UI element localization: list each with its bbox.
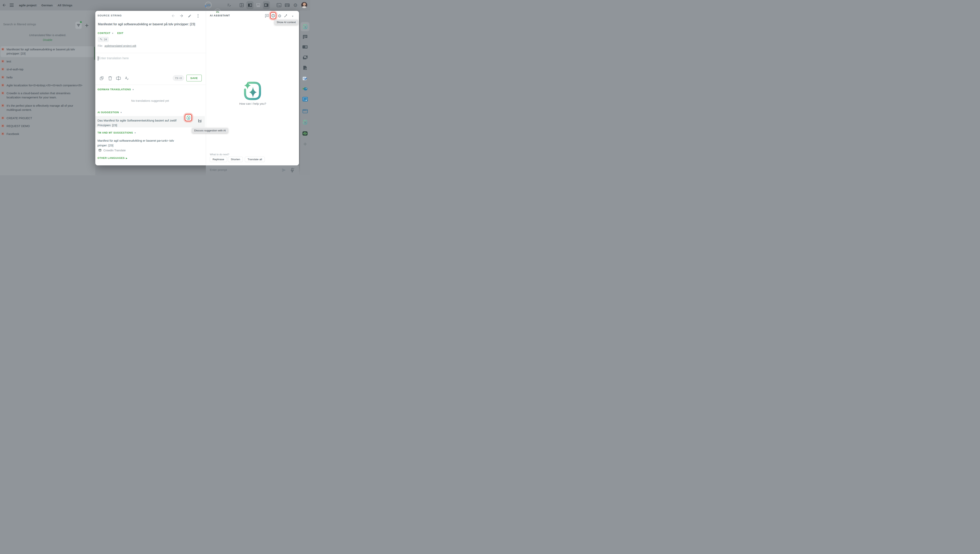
add-plugin-button[interactable] xyxy=(300,142,310,146)
spellcheck-button[interactable] xyxy=(124,76,129,81)
translated-progress-ring[interactable]: 12% xyxy=(205,2,212,8)
send-prompt-button[interactable] xyxy=(282,168,286,172)
list-scrollbar[interactable] xyxy=(94,47,95,60)
trash-icon xyxy=(108,76,112,80)
selection-box-icon xyxy=(302,97,308,102)
add-string-button[interactable] xyxy=(85,23,89,28)
eye-check-icon xyxy=(302,131,308,136)
layout-grid-button[interactable] xyxy=(238,1,245,9)
browser-plugin-tab[interactable] xyxy=(300,109,310,113)
layout-right-panel-button[interactable] xyxy=(263,1,270,9)
breadcrumb-project[interactable]: agile project xyxy=(19,3,37,7)
list-item[interactable]: Agile localization for<0>&nbsp;</0><0>te… xyxy=(2,83,93,88)
discuss-suggestion-with-ai-button[interactable] xyxy=(185,114,192,121)
ai-tools-button[interactable] xyxy=(283,13,288,18)
breadcrumb-language[interactable]: German xyxy=(41,3,53,7)
approved-progress-ring[interactable]: 0% xyxy=(214,8,221,16)
tm-section-header[interactable]: TM AND MT SUGGESTIONS▼ xyxy=(97,131,136,134)
list-item[interactable]: test xyxy=(2,59,93,64)
right-tool-strip xyxy=(300,10,310,175)
next-string-button[interactable] xyxy=(179,13,184,18)
ai-header-dropdown[interactable]: ▼ xyxy=(290,14,295,19)
clear-translation-button[interactable] xyxy=(108,76,113,81)
ai-prompt-input[interactable] xyxy=(210,168,269,172)
previous-string-button[interactable] xyxy=(171,13,176,18)
file-link[interactable]: agiletranslated project.odt xyxy=(104,44,136,48)
copy-icon xyxy=(99,76,104,80)
keyboard-icon xyxy=(285,3,290,7)
ai-sparkle-icon xyxy=(302,119,308,125)
voice-prompt-button[interactable] xyxy=(290,167,295,173)
file-info-icon xyxy=(303,65,308,70)
disable-filter-link[interactable]: Disable xyxy=(0,38,95,41)
translate-all-button[interactable]: Translate all xyxy=(245,157,265,162)
screenshot-plugin-tab[interactable] xyxy=(300,97,310,102)
user-menu[interactable] xyxy=(301,2,307,8)
ai-settings-button[interactable]: ⚙ xyxy=(277,13,282,18)
list-item[interactable]: Facebook xyxy=(2,132,93,136)
search-input[interactable] xyxy=(3,22,69,26)
editor-modal: SOURCE STRING Manifestet for agil softwa… xyxy=(95,11,299,166)
save-suggestion-button[interactable] xyxy=(198,119,202,123)
show-ai-context-button[interactable] xyxy=(270,12,276,19)
string-key-badge[interactable]: 24 xyxy=(98,37,109,42)
file-context-tab[interactable] xyxy=(300,65,310,70)
list-item[interactable]: It's the perfect place to effectively ma… xyxy=(2,103,93,112)
copy-source-button[interactable] xyxy=(99,76,104,81)
top-bar: agile project › German › All Strings 12%… xyxy=(0,0,310,10)
ai-suggestion-section-header[interactable]: AI SUGGESTION▼ xyxy=(97,111,122,114)
tm-provider-label: Crowdin Translate xyxy=(104,149,126,152)
fishtext-plugin-tab[interactable] xyxy=(300,86,310,91)
ai-sparkle-icon xyxy=(186,115,191,120)
shortcuts-button[interactable] xyxy=(284,1,290,9)
edit-context-link[interactable]: EDIT xyxy=(117,32,123,35)
shorten-button[interactable]: Shorten xyxy=(228,157,243,162)
back-button[interactable] xyxy=(1,1,8,9)
ai-assistant-tab[interactable] xyxy=(300,24,310,29)
pencil-icon xyxy=(188,14,192,18)
notes-plugin-tab[interactable] xyxy=(300,76,310,81)
settings-button[interactable]: ⚙ xyxy=(292,1,299,9)
chat-plus-icon xyxy=(265,14,269,18)
chevron-right-icon: ▶ xyxy=(126,157,128,159)
edit-source-button[interactable] xyxy=(187,13,192,18)
other-languages-header[interactable]: OTHER LANGUAGES▶ xyxy=(97,157,127,159)
ai-context-tooltip: Show AI context xyxy=(275,20,298,25)
new-ai-chat-button[interactable] xyxy=(264,13,269,18)
chevron-right-icon: › xyxy=(54,3,56,7)
list-item[interactable]: REQUEST DEMO xyxy=(2,124,93,128)
list-item[interactable]: Crowdin is a cloud-based solution that s… xyxy=(2,91,93,100)
list-item[interactable]: Manifestet for agil softwareudvikling er… xyxy=(2,47,93,56)
select-text-button[interactable] xyxy=(116,76,121,81)
context-toggle[interactable]: CONTEXT▼ xyxy=(98,32,114,35)
more-options-button[interactable] xyxy=(195,13,201,18)
editor-mode-button[interactable] xyxy=(226,1,233,9)
tm-suggestion-text[interactable]: Manifest für agil softwareudvikling er b… xyxy=(97,138,185,148)
glossary-tab[interactable] xyxy=(300,55,310,60)
review-plugin-tab[interactable] xyxy=(300,131,310,136)
breadcrumb-strings[interactable]: All Strings xyxy=(57,3,72,7)
translations-section-header[interactable]: GERMAN TRANSLATIONS▼ xyxy=(97,88,134,91)
ai-tools-plugin-tab[interactable] xyxy=(300,119,310,125)
text-select-icon xyxy=(116,76,121,80)
translation-input[interactable] xyxy=(99,57,201,60)
crowdin-editor: agile project › German › All Strings 12%… xyxy=(0,0,310,175)
browser-window-icon xyxy=(303,109,308,113)
string-key-value: 24 xyxy=(104,38,107,41)
list-item[interactable]: st-el-auth-top xyxy=(2,67,93,72)
list-item[interactable]: CREATE PROJECT xyxy=(2,116,93,120)
string-details-tab[interactable] xyxy=(300,45,310,49)
untranslated-status-icon xyxy=(2,104,4,107)
layout-rows-button[interactable] xyxy=(255,1,262,9)
menu-button[interactable] xyxy=(8,1,15,9)
comments-tab[interactable] xyxy=(300,35,310,39)
chevron-down-icon: ▼ xyxy=(292,15,294,18)
layout-side-by-side-button[interactable] xyxy=(246,1,254,9)
save-button[interactable]: SAVE xyxy=(187,75,202,81)
list-item[interactable]: hello xyxy=(2,75,93,80)
console-button[interactable] xyxy=(276,1,283,9)
stacked-pages-icon xyxy=(303,55,308,60)
arrow-right-icon xyxy=(179,14,184,18)
rephrase-button[interactable]: Rephrase xyxy=(210,157,227,162)
ai-sparkle-icon xyxy=(242,80,263,102)
